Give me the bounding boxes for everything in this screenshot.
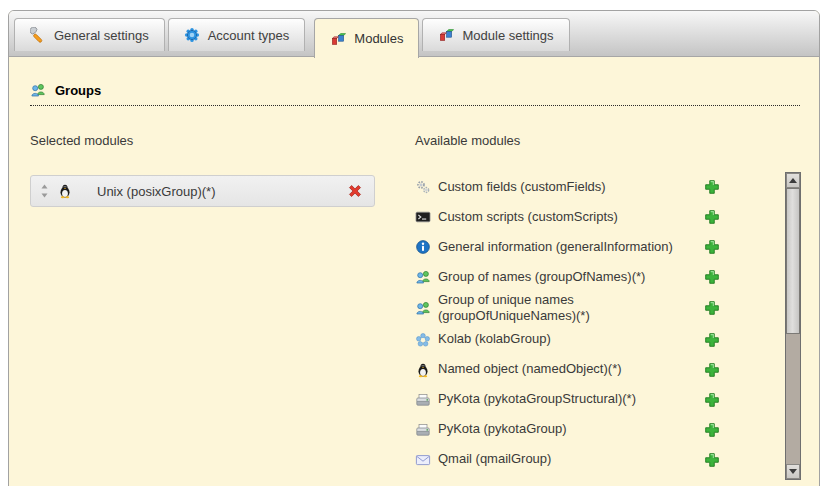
scrollbar-thumb[interactable] bbox=[786, 188, 800, 334]
modules-tab-content: Groups Selected modules Unix (posixGroup… bbox=[9, 82, 819, 480]
tab-label: Account types bbox=[208, 28, 290, 43]
section-header: Groups bbox=[30, 82, 800, 106]
available-module-label: Group of unique names (groupOfUniqueName… bbox=[438, 292, 703, 325]
printer-icon bbox=[415, 422, 431, 438]
add-module-button[interactable] bbox=[703, 299, 721, 317]
add-module-button[interactable] bbox=[703, 178, 721, 196]
tab-bar: General settingsAccount typesModulesModu… bbox=[9, 11, 819, 57]
modules-icon bbox=[438, 27, 454, 43]
gears-icon bbox=[415, 179, 431, 195]
add-module-button[interactable] bbox=[703, 421, 721, 439]
group-icon bbox=[415, 269, 431, 285]
available-module-label: Kolab (kolabGroup) bbox=[438, 331, 703, 347]
arrow-down-icon bbox=[789, 469, 797, 474]
settings-panel: General settingsAccount typesModulesModu… bbox=[8, 10, 820, 486]
module-columns: Selected modules Unix (posixGroup)(*) Av… bbox=[30, 133, 801, 480]
modules-icon bbox=[330, 31, 346, 47]
tab-modules[interactable]: Modules bbox=[314, 18, 419, 58]
terminal-icon bbox=[415, 209, 431, 225]
add-module-button[interactable] bbox=[703, 331, 721, 349]
wrench-icon bbox=[30, 27, 46, 43]
add-module-button[interactable] bbox=[703, 268, 721, 286]
add-module-button[interactable] bbox=[703, 238, 721, 256]
tab-account-types[interactable]: Account types bbox=[168, 18, 306, 51]
selected-module-label: Unix (posixGroup)(*) bbox=[97, 184, 346, 199]
selected-module-row[interactable]: Unix (posixGroup)(*) bbox=[30, 175, 375, 207]
available-modules-list: Custom fields (customFields)Custom scrip… bbox=[415, 172, 785, 480]
section-title: Groups bbox=[55, 83, 101, 98]
add-module-button[interactable] bbox=[703, 451, 721, 469]
tab-general-settings[interactable]: General settings bbox=[14, 18, 165, 51]
remove-module-button[interactable] bbox=[346, 182, 364, 200]
printer-icon bbox=[415, 392, 431, 408]
available-module-label: General information (generalInformation) bbox=[438, 239, 703, 255]
available-module-row: PyKota (pykotaGroup) bbox=[415, 415, 785, 445]
available-module-row: Kolab (kolabGroup) bbox=[415, 325, 785, 355]
tab-label: Modules bbox=[354, 31, 403, 46]
group-icon bbox=[415, 300, 431, 316]
selected-modules-list: Unix (posixGroup)(*) bbox=[30, 175, 402, 207]
gear-badge-icon bbox=[184, 27, 200, 43]
available-module-label: PyKota (pykotaGroupStructural)(*) bbox=[438, 391, 703, 407]
add-module-button[interactable] bbox=[703, 391, 721, 409]
scrollbar-up-button[interactable] bbox=[786, 173, 800, 188]
selected-modules-column: Selected modules Unix (posixGroup)(*) bbox=[30, 133, 402, 480]
info-icon bbox=[415, 239, 431, 255]
drag-handle-icon[interactable] bbox=[40, 184, 49, 198]
available-module-label: Named object (namedObject)(*) bbox=[438, 361, 703, 377]
available-module-row: Custom scripts (customScripts) bbox=[415, 202, 785, 232]
penguin-icon bbox=[415, 362, 431, 378]
available-modules-column: Available modules Custom fields (customF… bbox=[415, 133, 801, 480]
available-module-label: Custom fields (customFields) bbox=[438, 179, 703, 195]
available-modules-heading: Available modules bbox=[415, 133, 801, 148]
available-module-row: Qmail (qmailGroup) bbox=[415, 445, 785, 475]
available-module-row: Group of names (groupOfNames)(*) bbox=[415, 262, 785, 292]
penguin-icon bbox=[57, 183, 73, 199]
available-modules-wrap: Custom fields (customFields)Custom scrip… bbox=[415, 172, 801, 480]
available-modules-scrollbar[interactable] bbox=[785, 172, 801, 480]
lam-configuration-window: General settingsAccount typesModulesModu… bbox=[0, 0, 827, 486]
arrow-up-icon bbox=[789, 178, 797, 183]
available-module-label: PyKota (pykotaGroup) bbox=[438, 421, 703, 437]
tab-label: Module settings bbox=[462, 28, 553, 43]
tab-module-settings[interactable]: Module settings bbox=[422, 18, 569, 51]
available-module-row: Group of unique names (groupOfUniqueName… bbox=[415, 292, 785, 325]
available-module-label: Qmail (qmailGroup) bbox=[438, 451, 703, 467]
available-module-row: PyKota (pykotaGroupStructural)(*) bbox=[415, 385, 785, 415]
tab-label: General settings bbox=[54, 28, 149, 43]
add-module-button[interactable] bbox=[703, 208, 721, 226]
envelope-icon bbox=[415, 452, 431, 468]
scrollbar-down-button[interactable] bbox=[786, 464, 800, 479]
available-module-row: Named object (namedObject)(*) bbox=[415, 355, 785, 385]
available-module-label: Custom scripts (customScripts) bbox=[438, 209, 703, 225]
available-module-label: Group of names (groupOfNames)(*) bbox=[438, 269, 703, 285]
add-module-button[interactable] bbox=[703, 361, 721, 379]
kolab-icon bbox=[415, 332, 431, 348]
selected-modules-heading: Selected modules bbox=[30, 133, 402, 148]
groups-icon bbox=[30, 82, 46, 98]
available-module-row: Custom fields (customFields) bbox=[415, 172, 785, 202]
available-module-row: General information (generalInformation) bbox=[415, 232, 785, 262]
